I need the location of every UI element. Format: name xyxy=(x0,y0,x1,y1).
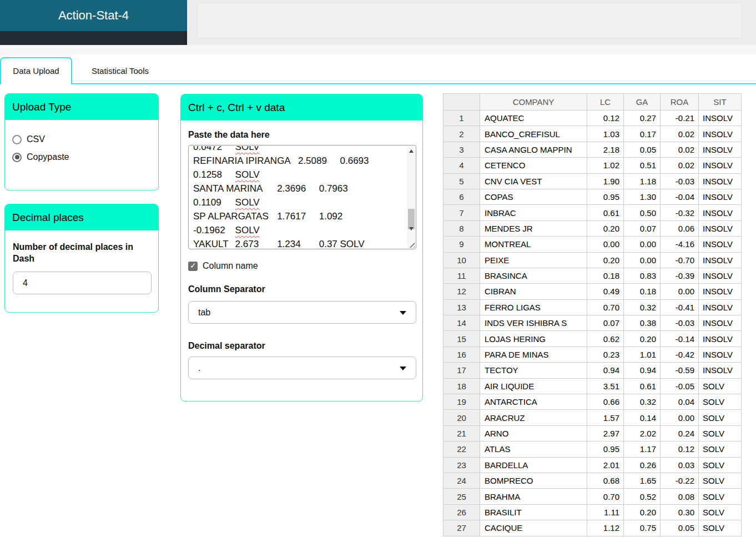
table-cell: BRASILIT xyxy=(480,504,587,520)
table-cell: INSOLV xyxy=(699,111,742,126)
table-cell: 0.52 xyxy=(624,489,661,504)
table-cell: FERRO LIGAS xyxy=(480,299,587,315)
scroll-down-icon[interactable] xyxy=(407,224,415,233)
header-right-inner-panel xyxy=(197,3,742,38)
table-cell: SOLV xyxy=(699,378,742,394)
textarea-scrollbar[interactable] xyxy=(407,146,415,248)
table-cell: 0.20 xyxy=(587,220,624,236)
table-cell: SOLV xyxy=(699,394,742,410)
table-cell: 0.02 xyxy=(661,142,699,157)
table-cell: 1.30 xyxy=(624,189,661,204)
tab-statistical-tools[interactable]: Statistical Tools xyxy=(72,57,168,84)
decimal-separator-label: Decimal separator xyxy=(188,341,265,351)
table-cell: -0.41 xyxy=(661,299,699,315)
table-cell: 1.03 xyxy=(587,126,624,142)
row-number-cell: 16 xyxy=(443,347,480,362)
row-number-cell: 8 xyxy=(443,220,480,236)
row-number-cell: 7 xyxy=(443,205,480,220)
paste-data-line: REFINARIA IPIRANGA 2.5089 0.6693 xyxy=(193,154,406,168)
radio-option-copypaste[interactable]: Copypaste xyxy=(12,152,158,162)
table-cell: 0.49 xyxy=(587,284,624,299)
table-cell: 0.00 xyxy=(661,410,699,425)
table-row: 15LOJAS HERING0.620.20-0.14INSOLV xyxy=(443,331,742,347)
table-cell: 0.83 xyxy=(624,268,661,283)
table-cell: 0.12 xyxy=(587,111,624,126)
table-cell: 0.03 xyxy=(661,457,699,473)
chevron-down-icon xyxy=(400,367,406,370)
paste-data-panel-title: Ctrl + c, Ctrl + v data xyxy=(181,94,422,121)
table-cell: PEIXE xyxy=(480,252,587,268)
paste-data-panel: Ctrl + c, Ctrl + v data Paste the data h… xyxy=(180,94,423,402)
table-cell: AIR LIQUIDE xyxy=(480,378,587,394)
table-cell: 3.51 xyxy=(587,378,624,394)
table-cell: -0.59 xyxy=(661,363,699,378)
table-cell: 0.27 xyxy=(624,111,661,126)
column-separator-select[interactable]: tab xyxy=(188,301,416,324)
subheader-strip xyxy=(0,45,756,54)
row-number-cell: 17 xyxy=(443,363,480,378)
tab-data-upload[interactable]: Data Upload xyxy=(0,57,72,84)
table-cell: 1.65 xyxy=(624,473,661,488)
table-cell: 0.18 xyxy=(624,284,661,299)
table-cell: -0.05 xyxy=(661,378,699,394)
table-header-row: COMPANY LC GA ROA SIT xyxy=(443,94,742,111)
radio-option-csv[interactable]: CSV xyxy=(12,134,158,144)
table-row: 12CIBRAN0.490.180.00INSOLV xyxy=(443,284,742,299)
decimal-separator-select[interactable]: . xyxy=(188,357,416,379)
table-cell: 0.06 xyxy=(661,220,699,236)
data-table: COMPANY LC GA ROA SIT 1AQUATEC0.120.27-0… xyxy=(443,93,742,536)
table-cell: 0.68 xyxy=(587,473,624,488)
table-row: 6COPAS0.951.30-0.04INSOLV xyxy=(443,189,742,204)
row-number-cell: 3 xyxy=(443,142,480,157)
table-cell: INSOLV xyxy=(699,205,742,220)
checkbox-icon[interactable] xyxy=(188,262,198,271)
table-cell: 0.14 xyxy=(624,410,661,425)
row-number-cell: 1 xyxy=(443,111,480,126)
table-cell: 0.04 xyxy=(661,394,699,410)
paste-data-line: 0.1109 SOLV xyxy=(193,195,406,209)
table-cell: -0.03 xyxy=(661,173,699,189)
table-cell: -4.16 xyxy=(661,237,699,252)
row-number-cell: 13 xyxy=(443,299,480,315)
table-cell: BANCO_CREFISUL xyxy=(480,126,587,142)
paste-data-line: YAKULT 2.673 1.234 0.37 SOLV xyxy=(193,237,406,248)
table-header-ga: GA xyxy=(624,94,661,111)
table-cell: 0.70 xyxy=(587,489,624,504)
table-row: 19ANTARCTICA0.660.320.04SOLV xyxy=(443,394,742,410)
radio-button-icon xyxy=(12,153,22,162)
table-cell: SOLV xyxy=(699,520,742,536)
column-name-checkbox-row[interactable]: Column name xyxy=(188,261,258,271)
table-row: 26BRASILIT1.110.200.30SOLV xyxy=(443,504,742,520)
table-cell: 0.18 xyxy=(587,268,624,283)
table-cell: SOLV xyxy=(699,441,742,457)
paste-data-line: -0.1962 SOLV xyxy=(193,223,406,237)
paste-data-line: SP ALPARGATAS 1.7617 1.092 xyxy=(193,209,406,223)
paste-data-line: 0.1258 SOLV xyxy=(193,168,406,182)
table-cell: CACIQUE xyxy=(480,520,587,536)
decimal-places-input[interactable] xyxy=(13,272,152,294)
table-cell: LOJAS HERING xyxy=(480,331,587,347)
table-cell: -0.14 xyxy=(661,331,699,347)
table-row: 4CETENCO1.020.510.02INSOLV xyxy=(443,158,742,173)
paste-data-text: 0.0472 SOLVREFINARIA IPIRANGA 2.5089 0.6… xyxy=(193,146,406,248)
table-cell: 0.26 xyxy=(624,457,661,473)
table-cell: 0.00 xyxy=(624,252,661,268)
row-number-cell: 19 xyxy=(443,394,480,410)
table-cell: 1.90 xyxy=(587,173,624,189)
table-cell: PARA DE MINAS xyxy=(480,347,587,362)
table-cell: MONTREAL xyxy=(480,237,587,252)
table-row: 14INDS VER ISHIBRA S0.070.38-0.03INSOLV xyxy=(443,315,742,331)
table-cell: INSOLV xyxy=(699,158,742,173)
table-row: 5CNV CIA VEST1.901.18-0.03INSOLV xyxy=(443,173,742,189)
table-header-lc: LC xyxy=(587,94,624,111)
table-row: 24BOMPRECO0.681.65-0.22SOLV xyxy=(443,473,742,488)
scroll-up-icon[interactable] xyxy=(407,146,415,155)
table-row: 9MONTREAL0.000.00-4.16INSOLV xyxy=(443,237,742,252)
table-cell: 0.95 xyxy=(587,441,624,457)
table-cell: 0.07 xyxy=(624,220,661,236)
paste-data-textarea[interactable]: 0.0472 SOLVREFINARIA IPIRANGA 2.5089 0.6… xyxy=(188,145,416,249)
row-number-cell: 11 xyxy=(443,268,480,283)
column-name-checkbox-label: Column name xyxy=(203,261,258,271)
table-cell: ATLAS xyxy=(480,441,587,457)
table-row: 23BARDELLA2.010.260.03SOLV xyxy=(443,457,742,473)
